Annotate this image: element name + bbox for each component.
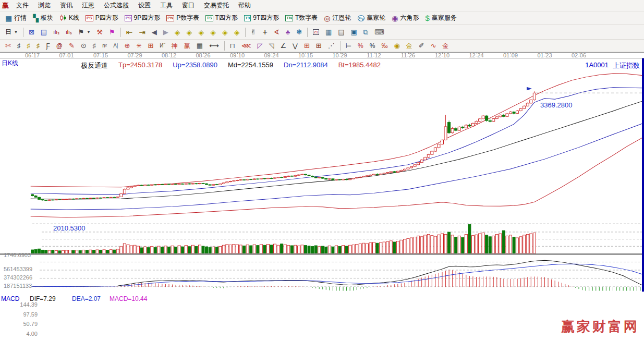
percent-line-button[interactable]: % (355, 42, 367, 50)
fan-grid-button[interactable]: ◹ (265, 41, 277, 50)
chart-3-button[interactable]: ılı₃ (50, 29, 63, 36)
f-fence-button[interactable]: Ƒ (43, 42, 53, 50)
goto-last-button[interactable]: ⇥ (136, 27, 149, 37)
pen-fine-button[interactable]: ✐ (416, 41, 428, 50)
cycle-gauge-button[interactable]: ⊙ (78, 41, 90, 50)
period-label: 日K线 (2, 59, 18, 68)
pen-mark-button[interactable]: ✎ (66, 41, 78, 50)
gold-fence-1-button[interactable]: ♯ (23, 41, 33, 50)
grid-123-button[interactable]: ▦ (193, 41, 206, 50)
print-chart-button[interactable]: ⌨ (371, 28, 387, 37)
diamond-right-button[interactable]: ◈ (184, 28, 196, 37)
scale-ruler-button[interactable]: ⊨ (343, 41, 355, 50)
flag-color-button[interactable]: ⚑ (106, 28, 118, 37)
hand-pan-button[interactable]: ✌ (248, 28, 260, 37)
menu-item-1[interactable]: 浏览 (33, 0, 55, 11)
t9-square-button[interactable]: T99T四方形 (241, 13, 282, 23)
menu-item-6[interactable]: 工具 (155, 0, 177, 11)
period-day-dropdown-icon[interactable]: ▼ (14, 30, 18, 34)
goto-first-button[interactable]: ⇤ (123, 27, 136, 37)
percent-levels-button[interactable]: ‰ (378, 42, 391, 50)
step-back-button[interactable]: ◀ (149, 28, 160, 37)
gold-level-button[interactable]: 金 (403, 42, 416, 50)
winner-wheel-button[interactable]: Big赢家轮 (355, 13, 389, 23)
quote-grid-button[interactable]: ▦行情 (2, 13, 30, 23)
chart-9-button[interactable]: ılı₉ (63, 29, 75, 36)
ray-fan-button[interactable]: ⋘ (238, 41, 254, 50)
gann-fence-button[interactable]: ♯ (14, 41, 24, 50)
save-floppy-button[interactable]: ▣ (347, 28, 360, 37)
menu-item-5[interactable]: 设置 (133, 0, 155, 11)
diamond-both-axis-button[interactable]: ◈ (195, 28, 207, 37)
gold-mark-button[interactable]: 金 (440, 42, 452, 50)
diamond-outward-icon: ◈ (222, 29, 228, 36)
menu-item-9[interactable]: 帮助 (234, 0, 256, 11)
plain-fence-button[interactable]: ♯ (90, 41, 100, 50)
period-day-button[interactable]: 日▼ (2, 27, 21, 38)
run-tool-button[interactable]: ⚒ (93, 28, 106, 37)
step-forward-icon: ▶ (163, 29, 168, 35)
wave-line-button[interactable]: ∿ (428, 41, 440, 50)
span-measure-button[interactable]: ⟷ (206, 41, 222, 50)
menu-item-8[interactable]: 交易委托 (199, 0, 234, 11)
dark-grid-button[interactable]: ⊞ (313, 41, 325, 50)
memo-view-button[interactable]: ▤ (38, 28, 50, 37)
percent-plain-button[interactable]: % (367, 42, 379, 50)
red-grid-button[interactable]: ⊞ (301, 41, 313, 50)
volume-axis-label-1: 561453399 (4, 266, 32, 272)
t-number-icon: TN (285, 15, 293, 21)
slant-set-button[interactable]: ⋰ (325, 41, 338, 50)
diamond-all-dir-button[interactable]: ◈ (231, 28, 243, 37)
menu-item-7[interactable]: 窗口 (177, 0, 199, 11)
diamond-left-right-button[interactable]: ◈ (172, 28, 184, 37)
frame-box-button[interactable]: ⊓ (227, 41, 238, 50)
p-number-button[interactable]: PNP数字表 (163, 13, 202, 23)
t-number-button[interactable]: TNT数字表 (282, 13, 321, 23)
step-forward-button[interactable]: ▶ (160, 28, 172, 37)
grid-circle-button[interactable]: ⊞ (144, 41, 156, 50)
p-square-button[interactable]: PSP四方形 (82, 13, 121, 23)
fan-sector-button[interactable]: ◸ (254, 41, 265, 50)
star-burst-button[interactable]: ✳ (133, 42, 144, 50)
blocks-button[interactable]: ▚板块 (30, 13, 56, 23)
target-cross-button[interactable]: ⊕ (121, 41, 133, 50)
winner-service-button[interactable]: $赢家服务 (422, 13, 459, 23)
shen-tool-button[interactable]: 神 (168, 42, 181, 50)
menu-item-2[interactable]: 资讯 (55, 0, 77, 11)
n2-fence-button[interactable]: n² (99, 42, 110, 50)
angle-measure-button[interactable]: ∢ (271, 28, 283, 37)
low-price-annotation: 2010.5300 (53, 224, 85, 232)
gold-fence-2-button[interactable]: ♯ (33, 41, 43, 50)
net-view-button[interactable]: ⊠ (26, 28, 38, 37)
diamond-outward-button[interactable]: ◈ (219, 28, 231, 37)
spiral-tool-button[interactable]: @ (53, 42, 66, 50)
menu-item-3[interactable]: 江恩 (77, 0, 99, 11)
flag-marker-dropdown-icon[interactable]: ▼ (87, 30, 90, 34)
knife-cut-button[interactable]: ✄ (2, 41, 14, 50)
date-label-10: 11-12 (362, 53, 386, 58)
ying-tool-button[interactable]: 赢 (181, 42, 193, 50)
mirror-fold-button[interactable]: Λ| (110, 42, 121, 50)
tick-marks-button[interactable]: И˝ (156, 42, 168, 50)
cluster-purple-button[interactable]: ♣ (283, 28, 294, 37)
gold-circle-button[interactable]: ◉ (391, 41, 403, 50)
notepad-button[interactable]: ▤ (335, 28, 347, 37)
calculator-button[interactable]: ▦ (322, 28, 335, 37)
hexagon-button[interactable]: ◉六角形 (388, 13, 422, 23)
t-square-button[interactable]: TST四方形 (202, 13, 241, 23)
v-shape-button[interactable]: ⋁ (289, 42, 301, 50)
kline-candles-button[interactable]: K线 (56, 13, 82, 23)
menu-item-0[interactable]: 文件 (11, 0, 33, 11)
calendar-21-button[interactable]: 21 (310, 28, 322, 36)
gann-wheel-button[interactable]: ◎江恩轮 (321, 13, 354, 23)
diamond-inward-button[interactable]: ◈ (207, 28, 219, 37)
chart-area[interactable]: 日K线 极反通道 Tp=2450.3178Up=2358.0890Md=2254… (0, 58, 644, 340)
p9-square-button[interactable]: P99P四方形 (121, 13, 163, 23)
flag-marker-button[interactable]: ⚑▼ (75, 28, 94, 37)
copy-chart-button[interactable]: ⧉ (360, 28, 371, 37)
pattern-brain-button[interactable]: ❃ (293, 28, 305, 37)
angle-rays-button[interactable]: ∠ (277, 41, 289, 50)
crosshair-button[interactable]: + (259, 27, 270, 38)
plain-fence-icon: ♯ (93, 42, 96, 49)
menu-item-4[interactable]: 公式选股 (99, 0, 133, 11)
